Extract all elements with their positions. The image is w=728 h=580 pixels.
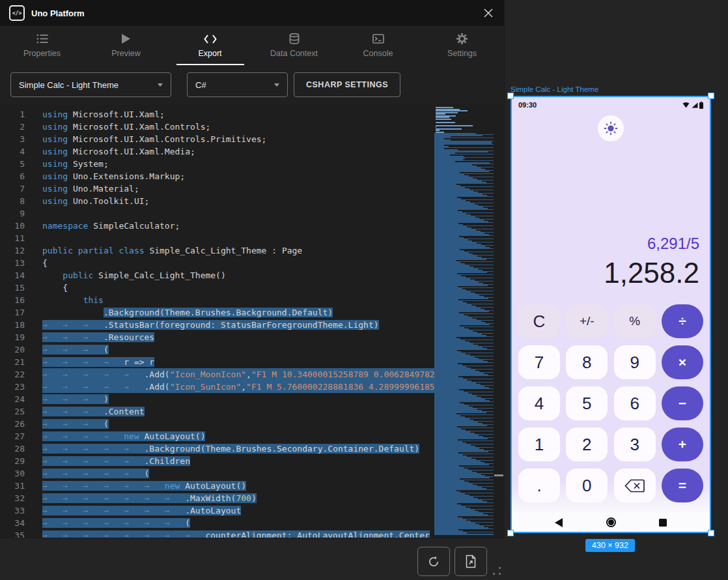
line-number: 2 [0,121,42,133]
code-line: 11 [0,232,444,244]
language-select[interactable]: C# [187,72,288,97]
key-dot[interactable]: . [518,469,560,502]
line-number: 16 [0,294,42,306]
line-number: 4 [0,145,42,158]
design-canvas: Simple Calc - Light Theme 09:30 [505,0,728,580]
code-editor[interactable]: 1using Microsoft.UI.Xaml;2using Microsof… [0,104,505,538]
uno-platform-window: </> Uno Platform PropertiesPreviewExport… [0,0,505,580]
key-8[interactable]: 8 [566,345,608,379]
wifi-icon [682,102,690,108]
signal-icon [692,102,698,108]
back-icon[interactable] [555,518,563,527]
code-line: 33→ → → → → → → .AutoLayout [0,504,444,517]
line-number: 19 [0,331,42,343]
csharp-settings-button[interactable]: CSHARP SETTINGS [294,72,400,97]
key-clear[interactable]: C [518,304,560,338]
theme-select-value: Simple Calc - Light Theme [19,80,119,90]
key-percent[interactable]: % [614,304,656,338]
code-line: 25→ → → .Content [0,405,444,418]
code-line: 28→ → → → → .Background(Theme.Brushes.Se… [0,442,444,455]
line-number: 25 [0,405,42,418]
status-icons [682,102,703,109]
code-line: 20→ → → ( [0,343,444,356]
key-2[interactable]: 2 [566,428,608,461]
line-number: 9 [0,207,42,220]
code-line: 22→ → → → → .Add("Icon_MoonIcon","F1 M 1… [0,368,444,381]
key-7[interactable]: 7 [518,345,560,379]
code-line: 35→ → → → → → → → counterAlignment: Auto… [0,529,444,538]
key-plus[interactable]: + [662,428,703,461]
line-number: 10 [0,220,42,232]
code-line: 23→ → → → → .Add("Icon_SunIcon","F1 M 5.… [0,381,444,393]
key-divide[interactable]: ÷ [662,304,703,338]
line-number: 22 [0,368,42,381]
selection-handle-bottom-left[interactable] [507,530,514,536]
code-line: 13{ [0,257,444,269]
key-3[interactable]: 3 [614,428,656,461]
phone-frame[interactable]: 09:30 6, [511,96,711,533]
android-nav-bar [512,513,710,532]
refresh-button[interactable] [417,547,450,576]
key-minus[interactable]: − [662,386,703,420]
line-number: 24 [0,393,42,405]
line-number: 8 [0,195,42,207]
key-multiply[interactable]: × [662,345,703,379]
line-number: 21 [0,356,42,368]
code-icon [204,33,217,44]
code-line: 3using Microsoft.UI.Xaml.Controls.Primit… [0,133,444,145]
code-line: 7using Uno.Material; [0,182,444,195]
key-6[interactable]: 6 [614,386,656,420]
line-number: 11 [0,232,42,244]
line-number: 33 [0,504,42,517]
tab-data-context[interactable]: Data Context [252,26,336,65]
key-0[interactable]: 0 [566,469,608,502]
key-5[interactable]: 5 [566,386,608,420]
calc-expression: 6,291/5 [604,234,699,254]
calc-keypad: C+/-%÷789×456−123+.0= [518,304,703,502]
code-line: 12public partial class Simple_Calc_Light… [0,244,444,257]
code-line: 14 public Simple_Calc_Light_Theme() [0,269,444,282]
selection-handle-bottom-right[interactable] [708,530,714,536]
line-number: 12 [0,244,42,257]
home-icon[interactable] [608,519,614,525]
recents-icon[interactable] [659,519,667,527]
code-line: 8using Uno.Toolkit.UI; [0,195,444,207]
line-number: 35 [0,529,42,538]
tab-label: Console [363,49,393,58]
code-line: 4using Microsoft.UI.Xaml.Media; [0,145,444,158]
code-line: 34→ → → → → → → ( [0,517,444,529]
export-file-button[interactable] [455,547,487,576]
key-backspace[interactable] [614,469,656,502]
tab-export[interactable]: Export [168,26,252,65]
close-icon[interactable] [482,7,495,20]
minimap[interactable] [434,107,494,535]
tab-console[interactable]: Console [336,26,420,65]
selection-handle-top-left[interactable] [507,93,514,99]
code-line: 30→ → → → → ( [0,467,444,480]
calc-display: 6,291/5 1,258.2 [604,234,699,290]
tab-settings[interactable]: Settings [420,26,504,65]
selection-handle-top-right[interactable] [708,93,714,99]
key-equals[interactable]: = [662,469,703,502]
tab-label: Preview [111,49,140,58]
key-4[interactable]: 4 [518,386,560,420]
file-export-icon [465,555,477,568]
theme-toggle-button[interactable] [598,115,624,141]
line-number: 7 [0,182,42,195]
key-1[interactable]: 1 [518,428,560,461]
key-9[interactable]: 9 [614,345,656,379]
theme-select[interactable]: Simple Calc - Light Theme [10,72,171,97]
code-line: 15 { [0,282,444,294]
tab-properties[interactable]: Properties [0,26,84,65]
code-line: 16 this [0,294,444,306]
line-number: 20 [0,343,42,356]
line-number: 18 [0,319,42,331]
line-number: 28 [0,442,42,455]
scrollbar-thumb[interactable] [494,474,503,476]
key-plus-minus[interactable]: +/- [566,304,608,338]
tab-preview[interactable]: Preview [84,26,168,65]
line-number: 30 [0,467,42,480]
phone-screen: 09:30 6, [512,97,710,532]
code-line: 17 .Background(Theme.Brushes.Background.… [0,306,444,319]
terminal-icon [372,33,384,44]
